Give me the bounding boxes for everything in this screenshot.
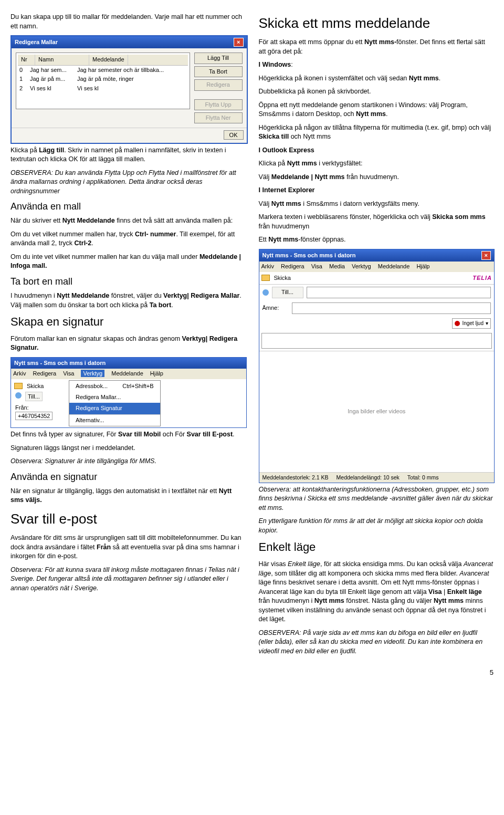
window-title: Nytt mms - Sms och mms i datorn — [262, 252, 356, 259]
send-button[interactable]: Skicka — [274, 274, 291, 282]
edit-templates-dialog: Redigera Mallar × Nr Namn Meddelande 0 J… — [10, 35, 248, 144]
verktyg-dropdown[interactable]: Adressbok... Ctrl+Shift+B Redigera Malla… — [69, 380, 161, 427]
to-input[interactable] — [307, 287, 491, 298]
sound-selector[interactable]: Inget ljud ▾ — [452, 318, 491, 329]
heading-use-template: Använda en mall — [10, 200, 246, 213]
body-text: Klicka på Lägg till. Skriv in namnet på … — [10, 146, 246, 164]
menu-media[interactable]: Media — [329, 263, 345, 269]
dialog-title: Redigera Mallar — [15, 38, 58, 46]
body-text: Ett Nytt mms-fönster öppnas. — [259, 235, 494, 245]
heading-remove-template: Ta bort en mall — [10, 275, 246, 288]
menu-verktyg[interactable]: Verktyg — [352, 263, 371, 269]
body-text: När du skriver ett Nytt Meddelande finns… — [10, 216, 246, 226]
window-title: Nytt sms - Sms och mms i datorn — [14, 359, 106, 367]
body-text: En ytterligare funktion för mms är att d… — [259, 517, 494, 535]
col-nr: Nr — [18, 55, 35, 65]
subject-input[interactable] — [292, 302, 491, 314]
body-text: Det finns två typer av signaturer, För S… — [10, 430, 246, 440]
body-text: Om du vet vilket nummer mallen har, tryc… — [10, 230, 246, 248]
body-text: Om du inte vet vilket nummer mallen har … — [10, 253, 246, 271]
subject-label: Ämne: — [262, 304, 289, 312]
subhead-outlook: I Outlook Express — [259, 147, 314, 154]
telia-logo: TELIA — [472, 274, 492, 282]
to-button[interactable]: Till... — [25, 392, 43, 401]
body-text: När en signatur är tillgänglig, läggs de… — [10, 487, 246, 505]
menu-addressbook[interactable]: Adressbok... Ctrl+Shift+B — [69, 381, 160, 392]
template-list[interactable]: Nr Namn Meddelande 0 Jag har sem... Jag … — [16, 53, 190, 109]
menu-redigera[interactable]: Redigera — [33, 370, 57, 377]
heading-send-mms: Skicka ett mms meddelande — [259, 14, 494, 33]
observe-text: Observera: För att kunna svara till inko… — [10, 566, 246, 593]
menu-visa[interactable]: Visa — [63, 370, 74, 377]
list-row[interactable]: 1 Jag är på m... Jag är på möte, ringer — [18, 75, 188, 83]
send-button[interactable]: Skicka — [27, 382, 44, 390]
menu-arkiv[interactable]: Arkiv — [13, 370, 26, 377]
move-up-button[interactable]: Flytta Upp — [194, 99, 243, 110]
add-button[interactable]: Lägg Till — [194, 53, 243, 64]
right-column: Skicka ett mms meddelande För att skapa … — [259, 11, 494, 660]
body-text: Högerklicka på ikonen i systemfältet och… — [259, 74, 494, 83]
text-input[interactable] — [261, 333, 492, 349]
body-text: Här visas Enkelt läge, för att skicka en… — [259, 560, 494, 624]
subhead-ie: I Internet Explorer — [259, 186, 315, 194]
menu-visa[interactable]: Visa — [311, 263, 322, 269]
col-msg: Meddelande — [89, 55, 128, 65]
body-text: Högerklicka på någon av tillåtna filtype… — [259, 123, 494, 142]
from-label: Från: — [15, 404, 29, 411]
mail-icon — [261, 275, 270, 281]
menubar[interactable]: Arkiv Redigera Visa Media Verktyg Meddel… — [259, 262, 495, 271]
heading-reply-email: Svar till e-post — [10, 509, 246, 528]
observe-text: Observera: att kontakthanteringsfunktion… — [259, 485, 494, 513]
from-value: +467054352 — [15, 412, 52, 420]
menu-hjalp[interactable]: Hjälp — [150, 370, 163, 377]
menu-verktyg[interactable]: Verktyg — [81, 370, 104, 377]
mail-icon — [14, 383, 23, 389]
person-icon — [15, 392, 22, 399]
col-name: Namn — [35, 55, 89, 65]
no-sound-icon — [455, 321, 460, 326]
mms-content-area[interactable]: Inga bilder eller videos — [259, 351, 495, 472]
body-text: I huvudmenyn i Nytt Meddelande fönstret,… — [10, 291, 246, 310]
move-down-button[interactable]: Flytta Ner — [194, 112, 243, 123]
heading-create-signature: Skapa en signatur — [10, 314, 246, 330]
body-text: Förutom mallar kan en signatur skapas oc… — [10, 335, 246, 353]
close-icon[interactable]: × — [481, 251, 491, 260]
ok-button[interactable]: OK — [224, 130, 244, 140]
close-icon[interactable]: × — [234, 38, 243, 47]
observe-text: OBSERVERA: På varje sida av ett mms kan … — [259, 629, 494, 656]
to-button[interactable]: Till... — [272, 287, 303, 298]
heading-use-signature: Använda en signatur — [10, 471, 246, 484]
menu-edit-templates[interactable]: Redigera Mallar... — [69, 392, 160, 403]
body-text: Välj Nytt mms i Sms&mms i datorn verktyg… — [259, 200, 494, 209]
list-row[interactable]: 2 Vi ses kl Vi ses kl — [18, 84, 188, 93]
body-text: Markera texten i webbläsarens fönster, h… — [259, 213, 494, 231]
new-sms-window: Nytt sms - Sms och mms i datorn Arkiv Re… — [10, 357, 247, 428]
subhead-windows: I Windows — [259, 61, 291, 68]
body-text: Välj Meddelande | Nytt mms från huvudmen… — [259, 173, 494, 182]
heading-simple-mode: Enkelt läge — [259, 539, 494, 556]
status-bar: Meddelandestorlek: 2.1 KB Meddelandeläng… — [259, 472, 495, 483]
menu-meddelande[interactable]: Meddelande — [378, 263, 410, 269]
menu-edit-signature[interactable]: Redigera Signatur — [69, 403, 160, 414]
menu-hjalp[interactable]: Hjälp — [416, 263, 429, 269]
remove-button[interactable]: Ta Bort — [194, 66, 243, 77]
body-text: Dubbelklicka på ikonen på skrivbordet. — [259, 87, 494, 97]
menu-options[interactable]: Alternativ... — [69, 415, 160, 426]
menubar[interactable]: Arkiv Redigera Visa Verktyg Meddelande H… — [11, 369, 246, 379]
menu-meddelande[interactable]: Meddelande — [111, 370, 143, 377]
intro-text: Du kan skapa upp till tio mallar för med… — [10, 13, 246, 31]
menu-arkiv[interactable]: Arkiv — [261, 263, 274, 269]
left-column: Du kan skapa upp till tio mallar för med… — [10, 11, 246, 660]
page-number: 5 — [10, 668, 494, 677]
observe-text: OBSERVERA: Du kan använda Flytta Upp och… — [10, 169, 246, 196]
chevron-down-icon: ▾ — [486, 320, 488, 327]
edit-button[interactable]: Redigera — [194, 79, 243, 90]
body-text: Avsändare för ditt sms är ursprungligen … — [10, 534, 246, 561]
body-text: Observera: Signaturer är inte tillgängli… — [10, 457, 246, 466]
person-icon — [262, 289, 269, 296]
menu-redigera[interactable]: Redigera — [281, 263, 304, 269]
list-row[interactable]: 0 Jag har sem... Jag har semester och är… — [18, 66, 188, 75]
body-text: Öppna ett nytt meddelande genom startiko… — [259, 101, 494, 119]
body-text: Signaturen läggs längst ner i meddelande… — [10, 444, 246, 453]
new-mms-window: Nytt mms - Sms och mms i datorn × Arkiv … — [259, 249, 495, 483]
